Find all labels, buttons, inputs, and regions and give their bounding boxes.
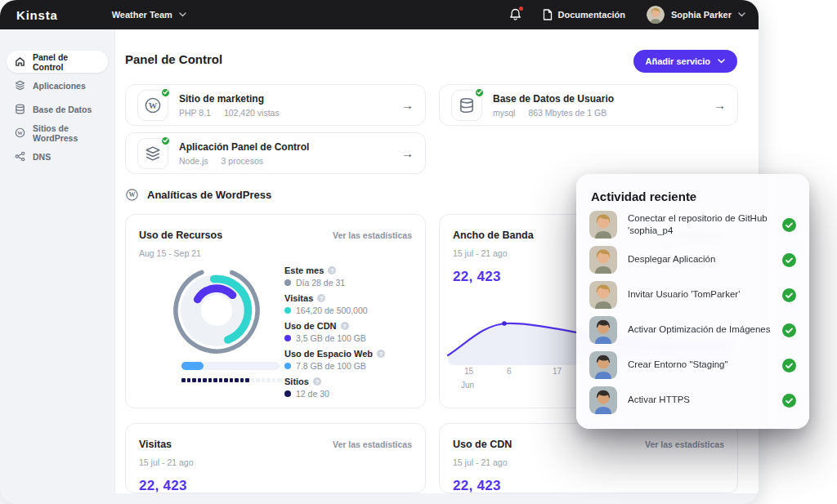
service-tech: Node.js: [179, 156, 208, 166]
service-icon-box: [451, 90, 482, 121]
sidebar-item-label: DNS: [33, 152, 51, 162]
activity-item-github-repo[interactable]: Conectar el repositorio de GitHub 'sophi…: [576, 211, 809, 239]
visits-value: 22, 423: [139, 478, 187, 494]
legend-dot: [284, 390, 291, 397]
success-check-icon: [782, 288, 796, 302]
avatar: [589, 281, 617, 309]
view-stats-link[interactable]: Ver las estadísticas: [333, 439, 412, 449]
sidebar-item-sitios-de-wordpress[interactable]: W Sitios de WordPress: [7, 122, 108, 144]
topbar: Kinsta Weather Team Documentación: [0, 0, 759, 29]
service-stat: 3 procesos: [222, 156, 263, 166]
card-title: Uso de Recursos: [139, 230, 222, 241]
status-check-badge: [160, 87, 171, 98]
arrow-right-icon[interactable]: →: [401, 146, 414, 160]
activity-item-image-optimization[interactable]: Activar Optimización de Imágenes: [576, 316, 809, 344]
success-check-icon: [782, 218, 796, 232]
legend-dot: [284, 307, 291, 314]
topbar-right: Documentación Sophia Parker: [509, 6, 746, 24]
x-tick: 6: [507, 367, 512, 376]
legend-label: Este mes: [284, 265, 324, 275]
notification-dot: [519, 7, 523, 11]
service-icon-box: [137, 138, 168, 169]
avatar: [589, 246, 617, 274]
service-tech: PHP 8.1: [179, 108, 211, 118]
add-service-button[interactable]: Añadir servicio: [633, 50, 737, 73]
help-icon[interactable]: ?: [313, 377, 321, 386]
success-check-icon: [782, 323, 796, 337]
status-check-badge: [474, 87, 485, 98]
sidebar-item-dns[interactable]: DNS: [7, 145, 108, 167]
legend-item-este-mes: Este mes? Día 28 de 31: [284, 265, 385, 288]
activity-item-https[interactable]: Activar HTTPS: [576, 386, 809, 414]
date-range: 15 jul - 21 ago: [139, 457, 194, 467]
service-title: Sitio de marketing: [179, 93, 280, 105]
legend-dot: [284, 279, 291, 286]
help-icon[interactable]: ?: [341, 322, 349, 330]
arrow-right-icon[interactable]: →: [714, 98, 726, 112]
service-card-panel-app[interactable]: Aplicación Panel de Control Node.js 3 pr…: [125, 132, 426, 174]
visits-card: Visitas Ver las estadísticas 15 jul - 21…: [125, 423, 426, 493]
service-tech: mysql: [493, 108, 515, 118]
svg-text:W: W: [17, 130, 23, 136]
help-icon[interactable]: ?: [317, 294, 325, 302]
dns-network-icon: [15, 151, 25, 162]
sidebar-item-label: Aplicaciones: [33, 81, 86, 91]
service-card-user-database[interactable]: Base de Datos de Usuario mysql 863 Mbyte…: [439, 84, 738, 126]
documentation-link[interactable]: Documentación: [543, 9, 626, 20]
team-selector[interactable]: Weather Team: [112, 10, 186, 20]
avatar: [589, 211, 617, 239]
documentation-label: Documentación: [558, 10, 626, 20]
service-stat: 102,420 vistas: [224, 108, 280, 118]
bandwidth-value: 22, 423: [453, 269, 501, 285]
layers-icon: [145, 145, 161, 162]
cdn-value: 22, 423: [453, 478, 501, 494]
card-title: Uso de CDN: [453, 439, 512, 450]
sidebar-item-panel-de-control[interactable]: Panel de Control: [7, 51, 108, 73]
activity-text: Desplegar Aplicación: [628, 253, 772, 265]
sidebar: Panel de Control Aplicaciones Base de Da…: [0, 29, 114, 504]
activity-item-deploy-app[interactable]: Desplegar Aplicación: [576, 246, 809, 274]
help-icon[interactable]: ?: [377, 350, 385, 358]
legend-value: Día 28 de 31: [296, 278, 345, 288]
view-stats-link[interactable]: Ver las estadísticas: [333, 230, 412, 240]
wordpress-icon: W: [15, 127, 25, 138]
x-tick: 15: [464, 367, 473, 376]
date-range: Aug 15 - Sep 21: [139, 248, 201, 258]
legend-item-espacio-web: Uso de Espacio Web? 7.8 GB de 100 GB: [284, 349, 385, 371]
date-range: 15 jul - 21 ago: [453, 248, 508, 258]
svg-text:W: W: [149, 100, 158, 109]
activity-item-staging-env[interactable]: Crear Entorno "Staging": [576, 351, 809, 379]
avatar: [589, 316, 617, 344]
add-service-label: Añadir servicio: [646, 56, 710, 66]
chevron-down-icon: [179, 12, 186, 17]
analytics-section-header: W Analíticas de WordPress: [125, 188, 271, 202]
sidebar-item-label: Panel de Control: [33, 52, 100, 72]
arrow-right-icon[interactable]: →: [401, 98, 414, 112]
chevron-down-icon: [738, 12, 745, 17]
service-title: Aplicación Panel de Control: [179, 141, 309, 153]
service-info: Base de Datos de Usuario mysql 863 Mbyte…: [493, 93, 614, 118]
legend-label: Uso de CDN: [284, 321, 337, 331]
kinsta-logo: Kinsta: [16, 8, 58, 22]
service-card-marketing-site[interactable]: W Sitio de marketing PHP 8.1 102,420 vis…: [125, 84, 426, 126]
legend-item-uso-de-cdn: Uso de CDN? 3,5 GB de 100 GB: [284, 321, 385, 343]
card-title: Visitas: [139, 439, 172, 450]
document-icon: [543, 9, 553, 20]
activity-item-invite-user[interactable]: Invitar Usuario 'TomParker': [576, 281, 809, 309]
sidebar-item-aplicaciones[interactable]: Aplicaciones: [7, 74, 108, 96]
sidebar-item-base-de-datos[interactable]: Base de Datos: [7, 98, 108, 120]
service-info: Sitio de marketing PHP 8.1 102,420 vista…: [179, 93, 280, 118]
home-icon: [15, 56, 25, 67]
view-stats-link[interactable]: Ver las estadísticas: [645, 439, 724, 449]
status-check-badge: [160, 136, 171, 146]
layers-icon: [15, 80, 25, 91]
recent-activity-panel: Actividad reciente Conectar el repositor…: [576, 174, 809, 429]
sites-dot-bar: [181, 378, 281, 382]
notifications-button[interactable]: [509, 8, 521, 21]
user-menu[interactable]: Sophia Parker: [647, 6, 745, 24]
help-icon[interactable]: ?: [328, 266, 336, 274]
success-check-icon: [782, 394, 796, 408]
card-title: Ancho de Banda: [453, 230, 534, 241]
chevron-down-icon: [718, 59, 725, 64]
legend-value: 3,5 GB de 100 GB: [296, 333, 366, 343]
